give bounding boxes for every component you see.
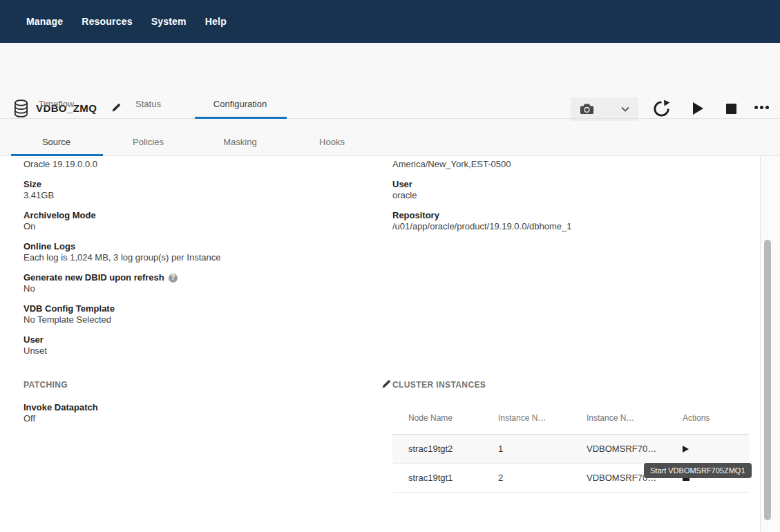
subtab-hooks[interactable]: Hooks — [286, 119, 378, 155]
patching-section: PATCHING Invoke Datapatch Off — [23, 380, 371, 433]
nav-system[interactable]: System — [151, 16, 187, 27]
col-instance-number: Instance N… — [498, 413, 587, 423]
edit-patching-pencil-icon[interactable] — [381, 379, 392, 390]
details-right-column: America/New_York,EST-0500 User oracle Re… — [392, 159, 749, 241]
field-online-logs: Online Logs Each log is 1,024 MB, 3 log … — [23, 241, 369, 263]
col-instance-name: Instance N… — [587, 413, 676, 423]
field-archivelog-mode: Archivelog Mode On — [23, 210, 369, 232]
configuration-subtabs: Source Policies Masking Hooks — [0, 119, 780, 156]
patching-section-title: PATCHING — [23, 380, 371, 390]
start-instance-icon[interactable] — [683, 446, 689, 453]
field-invoke-datapatch: Invoke Datapatch Off — [23, 402, 371, 424]
nav-help[interactable]: Help — [205, 16, 227, 27]
field-user-right: User oracle — [392, 179, 749, 201]
cluster-instances-table: Node Name Instance N… Instance N… Action… — [392, 401, 749, 493]
tab-configuration[interactable]: Configuration — [194, 90, 286, 118]
subtab-source[interactable]: Source — [10, 119, 102, 155]
table-row: strac19tgt2 1 VDBOMSRF70… — [392, 435, 749, 464]
top-navbar: Manage Resources System Help — [0, 0, 780, 43]
table-header-row: Node Name Instance N… Instance N… Action… — [392, 401, 749, 435]
start-instance-tooltip: Start VDBOMSRF705ZMQ1 — [644, 463, 752, 478]
cluster-instances-title: CLUSTER INSTANCES — [392, 380, 749, 390]
details-left-column: Oracle 19.19.0.0.0 Size 3.41GB Archivelo… — [23, 159, 369, 365]
titlebar: VDBO_ZMQ — [0, 43, 780, 90]
col-actions: Actions — [676, 413, 749, 423]
field-version: Oracle 19.19.0.0.0 — [23, 159, 369, 170]
field-user-left: User Unset — [23, 334, 369, 357]
nav-resources[interactable]: Resources — [82, 16, 132, 27]
field-timezone: America/New_York,EST-0500 — [392, 159, 749, 170]
main-tabs: Timeflow Status Configuration — [0, 90, 780, 119]
field-vdb-config-template: VDB Config Template No Template Selected — [23, 303, 369, 325]
field-repository: Repository /u01/app/oracle/product/19.19… — [392, 210, 749, 232]
nav-manage[interactable]: Manage — [26, 16, 63, 27]
field-size: Size 3.41GB — [23, 179, 369, 201]
vdb-configuration-screen: Manage Resources System Help VDBO_ZMQ — [0, 0, 780, 532]
tab-timeflow[interactable]: Timeflow — [10, 90, 102, 118]
subtab-policies[interactable]: Policies — [102, 119, 194, 155]
col-node-name: Node Name — [392, 413, 498, 423]
scrollbar-thumb[interactable] — [764, 240, 771, 520]
tab-status[interactable]: Status — [102, 90, 194, 118]
scrollbar-track[interactable] — [760, 156, 780, 532]
subtab-masking[interactable]: Masking — [194, 119, 286, 155]
field-generate-dbid: Generate new DBID upon refresh ? No — [23, 272, 369, 294]
help-question-icon[interactable]: ? — [169, 274, 178, 283]
